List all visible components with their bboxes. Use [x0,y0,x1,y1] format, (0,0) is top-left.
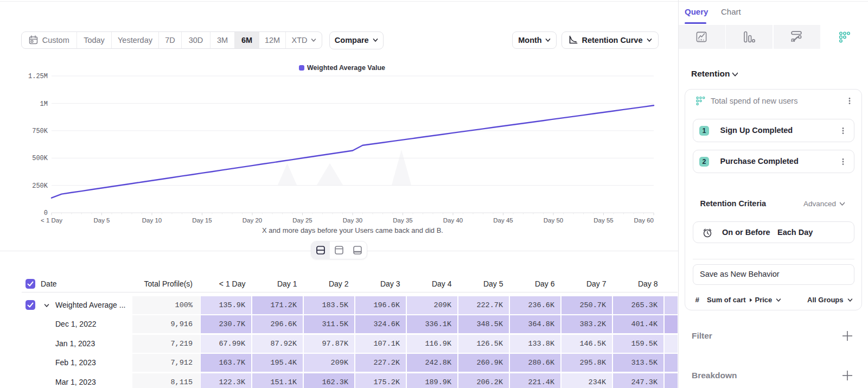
svg-text:Day 20: Day 20 [242,217,262,224]
svg-text:X and more days before your Us: X and more days before your Users came b… [262,226,443,234]
svg-text:1M: 1M [40,100,48,108]
svg-text:0: 0 [44,209,48,217]
svg-text:Day 5: Day 5 [93,217,110,224]
svg-text:Day 25: Day 25 [292,217,312,224]
svg-text:Day 10: Day 10 [142,217,162,224]
svg-text:Day 40: Day 40 [443,217,463,224]
svg-text:< 1 Day: < 1 Day [41,217,62,224]
svg-text:1.25M: 1.25M [28,73,48,80]
svg-text:250K: 250K [32,182,48,190]
svg-text:Day 45: Day 45 [493,217,513,224]
svg-text:Day 15: Day 15 [192,217,212,224]
svg-text:500K: 500K [32,155,48,162]
svg-text:Day 30: Day 30 [343,217,362,224]
svg-text:Day 50: Day 50 [544,217,563,224]
svg-text:Day 35: Day 35 [393,217,412,224]
svg-text:Day 60: Day 60 [634,217,654,224]
svg-text:750K: 750K [32,128,48,135]
svg-text:Day 55: Day 55 [593,217,613,224]
